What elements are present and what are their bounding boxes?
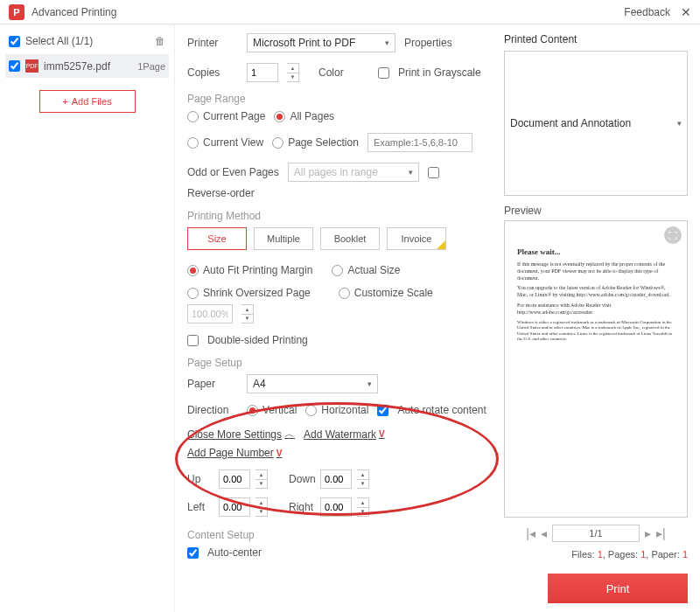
file-pagecount: 1Page xyxy=(137,61,165,72)
last-page-icon[interactable]: ▸| xyxy=(656,526,666,540)
delete-icon[interactable]: 🗑 xyxy=(155,35,165,47)
margin-left-label: Left xyxy=(187,501,214,513)
file-row[interactable]: PDF imm5257e.pdf 1Page xyxy=(5,54,169,78)
preview-text: Windows is either a registered trademark… xyxy=(517,320,675,343)
first-page-icon[interactable]: |◂ xyxy=(526,526,536,540)
preview-text: If this message is not eventually replac… xyxy=(517,261,675,282)
copies-spinner[interactable]: ▲▼ xyxy=(287,63,299,82)
properties-link[interactable]: Properties xyxy=(404,37,452,49)
margin-down-input[interactable] xyxy=(320,469,352,489)
page-selection-radio[interactable]: Page Selection xyxy=(272,136,359,149)
margin-up-input[interactable] xyxy=(219,469,250,489)
scale-spinner[interactable]: ▲▼ xyxy=(242,304,254,323)
next-page-icon[interactable]: ▸ xyxy=(645,526,651,540)
odd-even-label: Odd or Even Pages xyxy=(187,166,279,178)
feedback-link[interactable]: Feedback xyxy=(624,6,670,18)
chevron-up-icon: ︿ xyxy=(284,427,295,442)
shrink-radio[interactable]: Shrink Oversized Page xyxy=(187,287,311,299)
method-invoice[interactable]: Invoice xyxy=(387,227,446,250)
margin-down-spinner[interactable]: ▲▼ xyxy=(357,469,369,489)
preview-label: Preview xyxy=(504,205,688,217)
select-all-label: Select All (1/1) xyxy=(25,35,93,47)
grayscale-checkbox[interactable] xyxy=(378,67,389,79)
v-badge-icon: V xyxy=(276,449,283,458)
preview-text: For more assistance with Adobe Reader vi… xyxy=(517,303,675,316)
margin-right-spinner[interactable]: ▲▼ xyxy=(357,497,369,517)
method-multiple[interactable]: Multiple xyxy=(254,227,313,250)
actual-size-radio[interactable]: Actual Size xyxy=(332,264,400,276)
printer-select[interactable]: Microsoft Print to PDF xyxy=(247,33,396,52)
double-sided-checkbox[interactable] xyxy=(187,335,199,346)
scale-input[interactable] xyxy=(187,304,233,323)
page-range-section: Page Range xyxy=(187,93,486,105)
direction-label: Direction xyxy=(187,404,231,416)
file-name: imm5257e.pdf xyxy=(44,60,137,73)
content-setup-section: Content Setup xyxy=(187,529,486,541)
app-logo: P xyxy=(9,4,24,20)
printed-content-label: Printed Content xyxy=(504,33,577,45)
printing-method-section: Printing Method xyxy=(187,210,486,222)
printed-content-select[interactable]: Document and Annotation xyxy=(504,51,688,196)
margin-down-label: Down xyxy=(289,473,315,485)
method-size[interactable]: Size xyxy=(187,227,247,250)
file-checkbox[interactable] xyxy=(9,60,20,72)
reverse-checkbox[interactable] xyxy=(428,167,439,178)
odd-even-select[interactable]: All pages in range xyxy=(288,163,419,182)
vertical-radio[interactable]: Vertical xyxy=(247,404,297,416)
preview-text: You can upgrade to the latest version of… xyxy=(517,285,675,299)
print-button[interactable]: Print xyxy=(548,574,688,603)
copies-input[interactable] xyxy=(247,63,278,82)
window-title: Advanced Printing xyxy=(32,6,116,18)
add-page-number[interactable]: Add Page NumberV xyxy=(187,447,282,459)
page-indicator[interactable]: 1/1 xyxy=(552,525,640,542)
preview-pane: ⛶ Please wait... If this message is not … xyxy=(504,220,688,518)
margin-right-label: Right xyxy=(289,501,315,513)
close-more-settings[interactable]: Close More Settings︿ xyxy=(187,427,295,442)
method-booklet[interactable]: Booklet xyxy=(320,227,380,250)
reverse-label: Reverse-order xyxy=(187,187,255,199)
double-sided-label: Double-sided Printing xyxy=(207,334,308,346)
margin-up-label: Up xyxy=(187,473,214,485)
page-setup-section: Page Setup xyxy=(187,357,486,369)
v-badge-icon: V xyxy=(379,429,385,439)
margin-left-input[interactable] xyxy=(219,497,250,517)
add-files-button[interactable]: Add Files xyxy=(39,90,136,113)
page-selection-input[interactable] xyxy=(368,133,472,152)
prev-page-icon[interactable]: ◂ xyxy=(541,526,547,540)
scale-radio[interactable]: Customize Scale xyxy=(339,287,433,299)
pdf-icon: PDF xyxy=(25,59,38,73)
printer-label: Printer xyxy=(187,37,231,49)
horizontal-radio[interactable]: Horizontal xyxy=(305,404,368,416)
paper-label: Paper xyxy=(187,378,231,390)
copies-label: Copies xyxy=(187,66,231,79)
add-watermark[interactable]: Add WatermarkV xyxy=(304,428,385,441)
color-label: Color xyxy=(318,66,362,79)
current-view-radio[interactable]: Current View xyxy=(187,136,263,149)
auto-fit-radio[interactable]: Auto Fit Printing Margin xyxy=(187,264,312,276)
margin-right-input[interactable] xyxy=(320,497,352,517)
margin-up-spinner[interactable]: ▲▼ xyxy=(256,469,268,489)
corner-icon xyxy=(437,240,445,249)
paper-select[interactable]: A4 xyxy=(247,374,378,393)
grayscale-label: Print in Grayscale xyxy=(398,66,481,79)
margin-left-spinner[interactable]: ▲▼ xyxy=(256,497,268,517)
auto-rotate-label: Auto rotate content xyxy=(397,404,486,416)
fullscreen-icon[interactable]: ⛶ xyxy=(664,226,682,244)
auto-center-checkbox[interactable] xyxy=(187,547,199,559)
counts-summary: Files: 1, Pages: 1, Paper: 1 xyxy=(504,549,688,560)
close-icon[interactable]: ✕ xyxy=(681,5,691,19)
preview-heading: Please wait... xyxy=(517,247,675,256)
all-pages-radio[interactable]: All Pages xyxy=(274,110,334,122)
current-page-radio[interactable]: Current Page xyxy=(187,110,265,122)
select-all-checkbox[interactable] xyxy=(9,36,20,47)
auto-center-label: Auto-center xyxy=(207,546,262,559)
auto-rotate-checkbox[interactable] xyxy=(377,405,388,416)
